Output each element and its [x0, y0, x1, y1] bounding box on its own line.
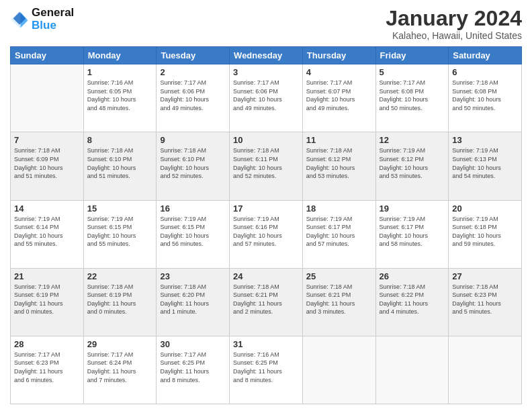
day-number: 23	[160, 271, 226, 281]
day-number: 31	[233, 339, 299, 349]
day-info: Sunrise: 7:18 AM Sunset: 6:09 PM Dayligh…	[14, 146, 80, 180]
day-info: Sunrise: 7:19 AM Sunset: 6:12 PM Dayligh…	[380, 146, 445, 180]
day-number: 30	[160, 339, 226, 349]
day-info: Sunrise: 7:18 AM Sunset: 6:08 PM Dayligh…	[452, 79, 518, 112]
calendar-week-row: 28Sunrise: 7:17 AM Sunset: 6:23 PM Dayli…	[11, 336, 522, 404]
calendar-cell	[11, 64, 84, 132]
weekday-header-sunday: Sunday	[11, 47, 84, 64]
calendar-cell	[302, 336, 375, 404]
day-info: Sunrise: 7:17 AM Sunset: 6:25 PM Dayligh…	[160, 351, 226, 384]
day-number: 18	[306, 203, 372, 214]
calendar-cell: 8Sunrise: 7:18 AM Sunset: 6:10 PM Daylig…	[83, 132, 157, 200]
day-info: Sunrise: 7:16 AM Sunset: 6:25 PM Dayligh…	[233, 351, 299, 384]
day-number: 25	[306, 271, 372, 281]
calendar-cell: 14Sunrise: 7:19 AM Sunset: 6:14 PM Dayli…	[11, 200, 84, 268]
day-info: Sunrise: 7:18 AM Sunset: 6:19 PM Dayligh…	[87, 283, 153, 316]
day-info: Sunrise: 7:18 AM Sunset: 6:11 PM Dayligh…	[233, 146, 299, 180]
day-info: Sunrise: 7:17 AM Sunset: 6:06 PM Dayligh…	[233, 79, 299, 112]
calendar-cell: 22Sunrise: 7:18 AM Sunset: 6:19 PM Dayli…	[83, 268, 157, 336]
calendar-cell	[449, 336, 522, 404]
calendar-cell: 20Sunrise: 7:19 AM Sunset: 6:18 PM Dayli…	[449, 200, 522, 268]
day-info: Sunrise: 7:17 AM Sunset: 6:07 PM Dayligh…	[306, 79, 372, 112]
day-number: 19	[380, 203, 445, 214]
day-number: 3	[233, 67, 299, 77]
day-info: Sunrise: 7:19 AM Sunset: 6:15 PM Dayligh…	[160, 215, 226, 248]
title-block: January 2024 Kalaheo, Hawaii, United Sta…	[386, 7, 522, 41]
calendar-cell: 10Sunrise: 7:18 AM Sunset: 6:11 PM Dayli…	[230, 132, 303, 200]
day-number: 6	[452, 67, 518, 77]
day-info: Sunrise: 7:19 AM Sunset: 6:19 PM Dayligh…	[14, 283, 80, 316]
calendar-cell: 26Sunrise: 7:18 AM Sunset: 6:22 PM Dayli…	[375, 268, 449, 336]
day-number: 21	[14, 271, 80, 281]
calendar-week-row: 1Sunrise: 7:16 AM Sunset: 6:05 PM Daylig…	[11, 64, 522, 132]
day-info: Sunrise: 7:19 AM Sunset: 6:15 PM Dayligh…	[87, 215, 153, 248]
calendar-table: SundayMondayTuesdayWednesdayThursdayFrid…	[10, 46, 522, 404]
day-number: 28	[14, 339, 80, 349]
calendar-cell: 27Sunrise: 7:18 AM Sunset: 6:23 PM Dayli…	[449, 268, 522, 336]
calendar-cell: 23Sunrise: 7:18 AM Sunset: 6:20 PM Dayli…	[157, 268, 230, 336]
page-header: General Blue January 2024 Kalaheo, Hawai…	[10, 7, 522, 41]
weekday-header-tuesday: Tuesday	[157, 47, 230, 64]
day-number: 9	[160, 135, 226, 145]
calendar-page: General Blue January 2024 Kalaheo, Hawai…	[0, 0, 532, 411]
day-number: 7	[14, 135, 80, 145]
calendar-cell: 29Sunrise: 7:17 AM Sunset: 6:24 PM Dayli…	[83, 336, 157, 404]
calendar-cell: 11Sunrise: 7:18 AM Sunset: 6:12 PM Dayli…	[302, 132, 375, 200]
day-info: Sunrise: 7:16 AM Sunset: 6:05 PM Dayligh…	[87, 79, 153, 112]
day-info: Sunrise: 7:19 AM Sunset: 6:17 PM Dayligh…	[306, 215, 372, 248]
day-number: 27	[452, 271, 518, 281]
day-info: Sunrise: 7:19 AM Sunset: 6:13 PM Dayligh…	[452, 146, 518, 180]
calendar-week-row: 7Sunrise: 7:18 AM Sunset: 6:09 PM Daylig…	[11, 132, 522, 200]
weekday-header-row: SundayMondayTuesdayWednesdayThursdayFrid…	[11, 47, 522, 64]
calendar-cell: 19Sunrise: 7:19 AM Sunset: 6:17 PM Dayli…	[375, 200, 449, 268]
day-number: 4	[306, 67, 372, 77]
calendar-cell: 9Sunrise: 7:18 AM Sunset: 6:10 PM Daylig…	[157, 132, 230, 200]
logo-text: General Blue	[32, 7, 74, 32]
day-number: 26	[380, 271, 445, 281]
day-info: Sunrise: 7:18 AM Sunset: 6:10 PM Dayligh…	[160, 146, 226, 180]
day-info: Sunrise: 7:18 AM Sunset: 6:21 PM Dayligh…	[233, 283, 299, 316]
calendar-cell: 3Sunrise: 7:17 AM Sunset: 6:06 PM Daylig…	[230, 64, 303, 132]
day-number: 29	[87, 339, 153, 349]
calendar-cell: 28Sunrise: 7:17 AM Sunset: 6:23 PM Dayli…	[11, 336, 84, 404]
day-number: 11	[306, 135, 372, 145]
day-info: Sunrise: 7:19 AM Sunset: 6:18 PM Dayligh…	[452, 215, 518, 248]
day-number: 12	[380, 135, 445, 145]
calendar-cell: 7Sunrise: 7:18 AM Sunset: 6:09 PM Daylig…	[11, 132, 84, 200]
day-number: 15	[87, 203, 153, 214]
calendar-cell: 13Sunrise: 7:19 AM Sunset: 6:13 PM Dayli…	[449, 132, 522, 200]
day-info: Sunrise: 7:19 AM Sunset: 6:14 PM Dayligh…	[14, 215, 80, 248]
calendar-cell: 17Sunrise: 7:19 AM Sunset: 6:16 PM Dayli…	[230, 200, 303, 268]
calendar-cell: 12Sunrise: 7:19 AM Sunset: 6:12 PM Dayli…	[375, 132, 449, 200]
month-title: January 2024	[386, 7, 522, 30]
day-info: Sunrise: 7:17 AM Sunset: 6:08 PM Dayligh…	[380, 79, 445, 112]
calendar-cell: 6Sunrise: 7:18 AM Sunset: 6:08 PM Daylig…	[449, 64, 522, 132]
calendar-cell: 21Sunrise: 7:19 AM Sunset: 6:19 PM Dayli…	[11, 268, 84, 336]
logo-icon	[10, 10, 29, 29]
calendar-cell: 5Sunrise: 7:17 AM Sunset: 6:08 PM Daylig…	[375, 64, 449, 132]
calendar-week-row: 21Sunrise: 7:19 AM Sunset: 6:19 PM Dayli…	[11, 268, 522, 336]
day-number: 20	[452, 203, 518, 214]
calendar-cell: 16Sunrise: 7:19 AM Sunset: 6:15 PM Dayli…	[157, 200, 230, 268]
logo: General Blue	[10, 7, 74, 32]
day-number: 14	[14, 203, 80, 214]
day-number: 22	[87, 271, 153, 281]
calendar-cell: 18Sunrise: 7:19 AM Sunset: 6:17 PM Dayli…	[302, 200, 375, 268]
day-info: Sunrise: 7:19 AM Sunset: 6:17 PM Dayligh…	[380, 215, 445, 248]
calendar-cell: 30Sunrise: 7:17 AM Sunset: 6:25 PM Dayli…	[157, 336, 230, 404]
day-info: Sunrise: 7:17 AM Sunset: 6:24 PM Dayligh…	[87, 351, 153, 384]
calendar-week-row: 14Sunrise: 7:19 AM Sunset: 6:14 PM Dayli…	[11, 200, 522, 268]
weekday-header-thursday: Thursday	[302, 47, 375, 64]
weekday-header-friday: Friday	[375, 47, 449, 64]
calendar-cell: 15Sunrise: 7:19 AM Sunset: 6:15 PM Dayli…	[83, 200, 157, 268]
calendar-cell: 31Sunrise: 7:16 AM Sunset: 6:25 PM Dayli…	[230, 336, 303, 404]
day-number: 16	[160, 203, 226, 214]
day-info: Sunrise: 7:18 AM Sunset: 6:21 PM Dayligh…	[306, 283, 372, 316]
day-info: Sunrise: 7:17 AM Sunset: 6:06 PM Dayligh…	[160, 79, 226, 112]
calendar-cell: 1Sunrise: 7:16 AM Sunset: 6:05 PM Daylig…	[83, 64, 157, 132]
calendar-cell: 2Sunrise: 7:17 AM Sunset: 6:06 PM Daylig…	[157, 64, 230, 132]
day-info: Sunrise: 7:17 AM Sunset: 6:23 PM Dayligh…	[14, 351, 80, 384]
location: Kalaheo, Hawaii, United States	[386, 30, 522, 41]
day-number: 1	[87, 67, 153, 77]
day-info: Sunrise: 7:18 AM Sunset: 6:10 PM Dayligh…	[87, 146, 153, 180]
